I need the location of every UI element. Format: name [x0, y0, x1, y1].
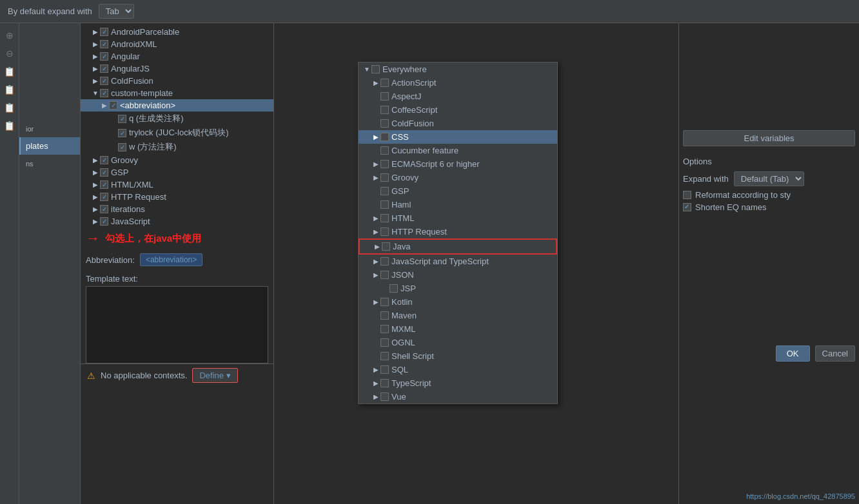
checkbox-mxml[interactable] [380, 325, 389, 333]
checkbox-w[interactable]: ✓ [118, 143, 126, 151]
checkbox-vue[interactable] [380, 393, 389, 401]
dropdown-item-maven[interactable]: ▶ Maven [359, 309, 557, 322]
checkbox-json[interactable] [380, 271, 389, 279]
sidebar-icon-5[interactable]: 📋 [3, 101, 17, 115]
cancel-button[interactable]: Cancel [815, 345, 855, 362]
dropdown-item-kotlin[interactable]: ▶ Kotlin [359, 295, 557, 309]
dropdown-item-http-request[interactable]: ▶ HTTP Request [359, 225, 557, 238]
tree-item-w[interactable]: ▶ ✓ w (方法注释) [81, 140, 273, 154]
checkbox-shell-script[interactable] [380, 352, 389, 360]
dropdown-item-everywhere[interactable]: ▼ Everywhere [359, 63, 557, 76]
dropdown-item-html[interactable]: ▶ HTML [359, 211, 557, 225]
reformat-checkbox[interactable] [683, 191, 691, 199]
checkbox-html[interactable] [380, 214, 389, 222]
dropdown-item-haml[interactable]: ▶ Haml [359, 198, 557, 211]
dropdown-item-coldfusion[interactable]: ▶ ColdFusion [359, 117, 557, 130]
tree-item-angular[interactable]: ▶ ✓ Angular [81, 50, 273, 63]
tree-item-http-request[interactable]: ▶ ✓ HTTP Request [81, 191, 273, 203]
checkbox-coldfusion[interactable]: ✓ [100, 77, 108, 85]
tree-item-iterations[interactable]: ▶ ✓ iterations [81, 203, 273, 215]
sidebar-icon-2[interactable]: ⊖ [3, 46, 17, 61]
dropdown-item-vue[interactable]: ▶ Vue [359, 390, 557, 403]
checkbox-angular[interactable]: ✓ [100, 52, 108, 61]
tree-item-android-parcelable[interactable]: ▶ ✓ AndroidParcelable [81, 26, 273, 38]
checkbox-javascript[interactable]: ✓ [100, 217, 108, 226]
checkbox-jsp[interactable] [390, 284, 398, 293]
dropdown-item-groovy[interactable]: ▶ Groovy [359, 171, 557, 184]
checkbox-trylock[interactable]: ✓ [118, 129, 126, 137]
tree-item-javascript[interactable]: ▶ ✓ JavaScript [81, 215, 273, 228]
dropdown-item-ecmascript[interactable]: ▶ ECMAScript 6 or higher [359, 157, 557, 171]
checkbox-actionscript[interactable] [380, 79, 389, 87]
checkbox-sql[interactable] [380, 365, 389, 374]
sidebar-icon-4[interactable]: 📋 [3, 82, 17, 97]
tree-item-gsp[interactable]: ▶ ✓ GSP [81, 166, 273, 179]
ok-button[interactable]: OK [776, 345, 810, 362]
dropdown-item-mxml[interactable]: ▶ MXML [359, 322, 557, 336]
dropdown-item-coffeescript[interactable]: ▶ CoffeeScript [359, 103, 557, 117]
dropdown-item-cucumber[interactable]: ▶ Cucumber feature [359, 144, 557, 157]
dropdown-item-shell-script[interactable]: ▶ Shell Script [359, 349, 557, 363]
expand-dropdown[interactable]: Tab [99, 4, 134, 19]
checkbox-custom-template[interactable]: ✓ [100, 89, 108, 97]
checkbox-html-xml[interactable]: ✓ [100, 180, 108, 189]
tree-item-coldfusion[interactable]: ▶ ✓ ColdFusion [81, 75, 273, 87]
checkbox-css[interactable] [380, 133, 389, 141]
checkbox-abbreviation[interactable]: ✓ [109, 101, 117, 110]
checkbox-aspectj[interactable] [380, 92, 389, 101]
dropdown-item-aspectj[interactable]: ▶ AspectJ [359, 90, 557, 103]
nav-item-plates[interactable]: plates [19, 137, 80, 155]
tree-item-custom-template[interactable]: ▼ ✓ custom-template [81, 87, 273, 99]
tree-item-html-xml[interactable]: ▶ ✓ HTML/XML [81, 179, 273, 191]
checkbox-js-ts[interactable] [380, 257, 389, 266]
dropdown-item-sql[interactable]: ▶ SQL [359, 363, 557, 376]
checkbox-coffeescript[interactable] [380, 106, 389, 114]
checkbox-groovy[interactable] [380, 173, 389, 182]
checkbox-kotlin[interactable] [380, 298, 389, 306]
dropdown-item-css[interactable]: ▶ CSS [359, 130, 557, 144]
checkbox-android-parcelable[interactable]: ✓ [100, 28, 108, 36]
dropdown-item-js-ts[interactable]: ▶ JavaScript and TypeScript [359, 255, 557, 268]
dropdown-item-gsp[interactable]: ▶ GSP [359, 184, 557, 198]
context-dropdown[interactable]: ▼ Everywhere ▶ ActionScript ▶ AspectJ ▶ … [358, 62, 558, 404]
checkbox-maven[interactable] [380, 311, 389, 320]
checkbox-typescript[interactable] [380, 379, 389, 387]
dropdown-item-typescript[interactable]: ▶ TypeScript [359, 376, 557, 390]
edit-variables-button[interactable]: Edit variables [683, 130, 855, 146]
dropdown-item-java[interactable]: ▶ Java [359, 238, 557, 255]
sidebar-icon-3[interactable]: 📋 [3, 64, 17, 79]
checkbox-gsp[interactable] [380, 187, 389, 195]
tree-item-trylock[interactable]: ▶ ✓ trylock (JUC-lock锁代码块) [81, 126, 273, 140]
checkbox-http-request[interactable]: ✓ [100, 193, 108, 201]
tree-item-angularjs[interactable]: ▶ ✓ AngularJS [81, 63, 273, 75]
nav-item-iterations[interactable]: ns [19, 155, 80, 172]
checkbox-everywhere[interactable] [371, 65, 380, 73]
sidebar-icon-1[interactable]: ⊕ [3, 28, 17, 43]
define-button[interactable]: Define ▾ [192, 368, 237, 383]
checkbox-cucumber[interactable] [380, 146, 389, 155]
tree-item-q[interactable]: ▶ ✓ q (生成类注释) [81, 111, 273, 126]
checkbox-iterations[interactable]: ✓ [100, 205, 108, 213]
checkbox-coldfusion[interactable] [380, 119, 389, 128]
checkbox-ecmascript[interactable] [380, 160, 389, 168]
checkbox-haml[interactable] [380, 200, 389, 209]
shorten-eq-checkbox[interactable]: ✓ [683, 203, 691, 211]
dropdown-item-json[interactable]: ▶ JSON [359, 268, 557, 282]
checkbox-angularjs[interactable]: ✓ [100, 64, 108, 73]
checkbox-http-request[interactable] [380, 228, 389, 236]
tree-item-abbreviation[interactable]: ▶ ✓ <abbreviation> [81, 99, 273, 111]
checkbox-ognl[interactable] [380, 338, 389, 347]
template-text-area[interactable] [86, 286, 268, 363]
dropdown-item-ognl[interactable]: ▶ OGNL [359, 336, 557, 349]
checkbox-gsp[interactable]: ✓ [100, 168, 108, 177]
sidebar-icon-6[interactable]: 📋 [3, 119, 17, 133]
checkbox-groovy[interactable]: ✓ [100, 156, 108, 164]
tree-item-groovy[interactable]: ▶ ✓ Groovy [81, 154, 273, 166]
nav-item-ior[interactable]: ior [19, 120, 80, 137]
checkbox-q[interactable]: ✓ [118, 115, 126, 123]
tree-item-android-xml[interactable]: ▶ ✓ AndroidXML [81, 38, 273, 50]
expand-with-select[interactable]: Default (Tab) [734, 171, 804, 186]
checkbox-android-xml[interactable]: ✓ [100, 40, 108, 48]
dropdown-item-jsp[interactable]: ▶ JSP [359, 282, 557, 295]
checkbox-java[interactable] [382, 242, 390, 251]
